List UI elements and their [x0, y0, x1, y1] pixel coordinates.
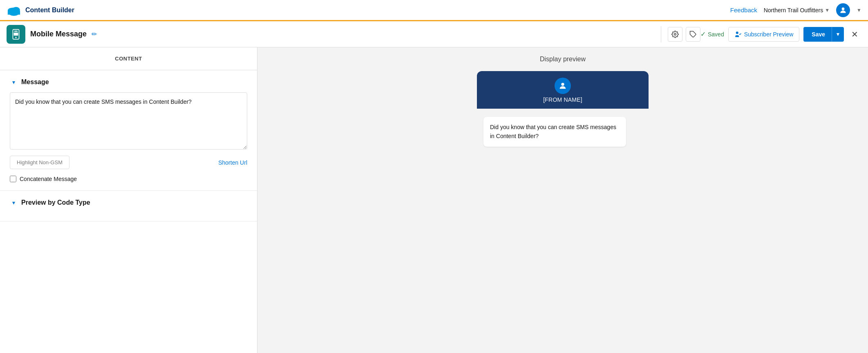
preview-section-toggle[interactable]: ▾: [10, 199, 17, 206]
mobile-message-icon-box: [7, 25, 25, 44]
preview-section-header: ▾ Preview by Code Type: [10, 199, 247, 206]
phone-avatar-icon: [558, 81, 567, 90]
preview-section: ▾ Preview by Code Type: [0, 191, 257, 221]
toolbar-left: Mobile Message ✏: [7, 25, 654, 44]
highlight-non-gsm-button[interactable]: Highlight Non-GSM: [10, 156, 69, 169]
top-nav: Content Builder Feedback Northern Trail …: [0, 0, 868, 21]
app-logo-area: Content Builder: [7, 3, 730, 18]
chevron-down-icon: ▾: [12, 79, 15, 85]
message-textarea[interactable]: Did you know that you can create SMS mes…: [10, 92, 247, 150]
toolbar-divider: [661, 26, 661, 42]
saved-check-icon: ✓: [700, 30, 706, 38]
svg-rect-7: [14, 32, 18, 36]
org-name: Northern Trail Outfitters: [764, 7, 823, 13]
mobile-message-icon: [11, 29, 21, 40]
message-section-title: Message: [21, 78, 49, 86]
close-icon: ✕: [851, 30, 858, 39]
message-section: ▾ Message Did you know that you can crea…: [0, 70, 257, 191]
page-title: Mobile Message: [30, 30, 87, 38]
message-bubble-text: Did you know that you can create SMS mes…: [490, 124, 616, 139]
left-panel: CONTENT ▾ Message Did you know that you …: [0, 47, 257, 353]
message-section-toggle[interactable]: ▾: [10, 78, 17, 86]
concatenate-label: Concatenate Message: [20, 176, 77, 182]
subscriber-preview-button[interactable]: Subscriber Preview: [728, 27, 800, 42]
shorten-url-button[interactable]: Shorten Url: [218, 159, 247, 166]
save-btn-group: Save ▼: [803, 27, 844, 42]
nav-dropdown-icon[interactable]: ▼: [857, 7, 861, 13]
preview-section-title: Preview by Code Type: [21, 199, 90, 206]
nav-right: Feedback Northern Trail Outfitters ▼ ▼: [730, 3, 861, 17]
svg-rect-6: [14, 31, 18, 31]
svg-point-12: [561, 83, 564, 86]
concatenate-row: Concatenate Message: [10, 176, 247, 182]
save-dropdown-button[interactable]: ▼: [832, 27, 844, 42]
content-header: CONTENT: [0, 47, 257, 70]
user-avatar[interactable]: [836, 3, 850, 17]
display-preview-title: Display preview: [266, 56, 860, 63]
feedback-link[interactable]: Feedback: [730, 7, 757, 13]
avatar-icon: [839, 6, 847, 14]
phone-mockup: [FROM NAME] Did you know that you can cr…: [477, 71, 649, 182]
subscriber-icon: [734, 31, 742, 38]
close-button[interactable]: ✕: [848, 28, 861, 41]
main-content: CONTENT ▾ Message Did you know that you …: [0, 47, 868, 353]
save-dropdown-icon: ▼: [836, 31, 841, 37]
svg-point-4: [842, 7, 845, 10]
org-selector[interactable]: Northern Trail Outfitters ▼: [764, 7, 830, 13]
message-btn-row: Highlight Non-GSM Shorten Url: [10, 156, 247, 169]
editor-toolbar: Mobile Message ✏ ✓ Saved: [0, 21, 868, 47]
svg-rect-3: [8, 11, 20, 14]
toolbar-right: ✓ Saved Subscriber Preview Save ▼ ✕: [700, 27, 861, 42]
org-chevron-icon: ▼: [825, 7, 830, 13]
message-bubble: Did you know that you can create SMS mes…: [483, 117, 626, 147]
edit-title-icon[interactable]: ✏: [92, 30, 97, 38]
subscriber-preview-label: Subscriber Preview: [744, 31, 794, 38]
message-section-header: ▾ Message: [10, 78, 247, 86]
settings-icon-btn[interactable]: [668, 27, 682, 42]
svg-point-9: [674, 33, 676, 35]
app-title: Content Builder: [25, 7, 74, 14]
salesforce-logo: [7, 3, 21, 18]
settings-icon: [671, 31, 679, 38]
tag-icon: [689, 31, 697, 38]
phone-avatar: [555, 78, 571, 94]
svg-point-8: [15, 36, 16, 38]
saved-status: ✓ Saved: [700, 30, 724, 38]
save-button[interactable]: Save: [803, 27, 833, 42]
from-name: [FROM NAME]: [543, 96, 582, 103]
tag-icon-btn[interactable]: [686, 27, 700, 42]
chevron-down-icon-2: ▾: [12, 199, 15, 206]
saved-label: Saved: [708, 31, 724, 38]
phone-header: [FROM NAME]: [477, 71, 649, 109]
concatenate-checkbox[interactable]: [10, 176, 16, 182]
phone-body: Did you know that you can create SMS mes…: [477, 109, 649, 182]
svg-point-11: [736, 31, 738, 34]
toolbar-center: [668, 27, 700, 42]
right-panel: Display preview [FROM NAME] Did you know…: [257, 47, 868, 353]
